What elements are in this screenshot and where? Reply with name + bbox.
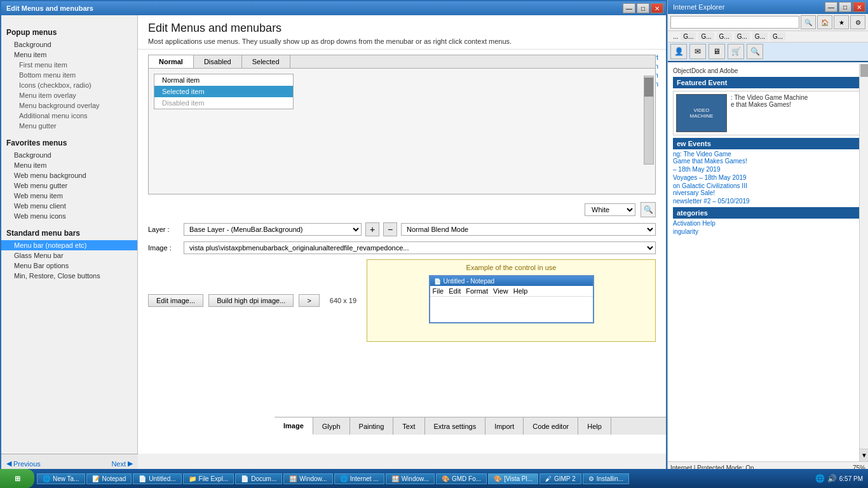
sidebar-item-popup-background[interactable]: Background <box>1 39 137 50</box>
taskbar-item-gimp[interactable]: 🖌GIMP 2 <box>539 473 581 484</box>
layer-select[interactable]: Base Layer - (MenuBar.Background) <box>184 223 362 236</box>
preview-tab-normal[interactable]: Normal <box>149 55 194 68</box>
ie-user-icon-btn[interactable]: 👤 <box>670 44 687 59</box>
sidebar-item-web-menu-item[interactable]: Web menu item <box>1 191 137 201</box>
sidebar-item-web-menu-icons[interactable]: Web menu icons <box>1 211 137 221</box>
sidebar-item-web-menu-bg[interactable]: Web menu background <box>1 170 137 180</box>
next-button[interactable]: Next ▶ <box>111 459 133 468</box>
notepad-menu-help[interactable]: Help <box>513 287 528 295</box>
sidebar-item-menu-gutter[interactable]: Menu gutter <box>1 121 137 131</box>
taskbar-icon-untitled: 📄 <box>139 475 146 482</box>
notepad-menu-view[interactable]: View <box>493 287 508 295</box>
close-button[interactable]: ✕ <box>651 3 663 13</box>
tab-code-editor[interactable]: Code editor <box>524 417 578 435</box>
ie-search2-icon-btn[interactable]: 🔍 <box>747 44 763 59</box>
ie-event-4[interactable]: on Galactic Civilizations IIIniversary S… <box>673 182 863 196</box>
preview-tab-disabled[interactable]: Disabled <box>194 55 242 68</box>
blend-mode-select[interactable]: Normal Blend Mode <box>401 223 656 236</box>
image-select[interactable]: vista plus\vistaxpbmenubarback_originalu… <box>184 241 656 254</box>
restore-button[interactable]: □ <box>637 3 649 13</box>
tab-import[interactable]: Import <box>485 417 524 435</box>
sidebar-item-additional-icons[interactable]: Additional menu icons <box>1 111 137 121</box>
ie-restore-button[interactable]: □ <box>839 2 851 12</box>
ie-event-2[interactable]: – 18th May 2019 <box>673 166 863 173</box>
ie-cat-2[interactable]: ingularity <box>673 228 863 235</box>
ie-google-g6[interactable]: G... <box>770 32 785 41</box>
ie-monitor-icon-btn[interactable]: 🖥 <box>709 44 725 59</box>
taskbar-item-gmd[interactable]: 🎨GMD Fo... <box>436 473 487 484</box>
sidebar-item-menu-bg-overlay[interactable]: Menu background overlay <box>1 100 137 111</box>
ie-google-g4[interactable]: G... <box>735 32 750 41</box>
prev-button[interactable]: ◀ Previous <box>6 459 41 468</box>
ie-home-btn[interactable]: 🏠 <box>817 15 832 29</box>
ie-google-g2[interactable]: G... <box>698 32 714 41</box>
ie-mail-icon-btn[interactable]: ✉ <box>689 44 706 59</box>
layer-remove-button[interactable]: − <box>383 222 397 236</box>
color-picker-select[interactable]: White <box>585 203 635 216</box>
start-button[interactable]: ⊞ <box>0 469 34 488</box>
sidebar-item-bottom-menu-item[interactable]: Bottom menu item <box>1 70 137 80</box>
preview-scrollbar[interactable] <box>644 76 654 165</box>
taskbar-item-notepad[interactable]: 📝Notepad <box>86 473 132 484</box>
tab-help[interactable]: Help <box>578 417 611 435</box>
ie-event-5[interactable]: newsletter #2 – 05/10/2019 <box>673 198 863 205</box>
ie-star-btn[interactable]: ★ <box>834 15 849 29</box>
search-button[interactable]: 🔍 <box>641 202 656 217</box>
preview-item-normal[interactable]: Normal item <box>154 74 293 86</box>
ie-scrollbar[interactable]: ▼ <box>859 64 868 461</box>
taskbar-item-vista-pl[interactable]: 🎨[Vista Pl... <box>488 473 538 484</box>
taskbar-item-installing[interactable]: ⚙Installin... <box>583 473 629 484</box>
notepad-menu-edit[interactable]: Edit <box>449 287 461 295</box>
sidebar-item-min-restore-close[interactable]: Min, Restore, Close buttons <box>1 271 137 281</box>
sidebar-item-web-menu-client[interactable]: Web menu client <box>1 201 137 211</box>
arrow-button[interactable]: > <box>299 294 319 307</box>
sidebar-item-first-menu-item[interactable]: First menu item <box>1 60 137 70</box>
ie-gear-btn[interactable]: ⚙ <box>850 15 865 29</box>
notepad-menu-format[interactable]: Format <box>466 287 488 295</box>
taskbar-item-internet[interactable]: 🌐Internet ... <box>334 473 384 484</box>
notepad-menu-file[interactable]: File <box>433 287 444 295</box>
ie-cart-icon-btn[interactable]: 🛒 <box>728 44 744 59</box>
ie-search-btn[interactable]: 🔍 <box>801 15 816 29</box>
tab-painting[interactable]: Painting <box>350 417 394 435</box>
ie-event-1[interactable]: ng: The Video GameGame that Makes Games! <box>673 151 863 165</box>
preview-tab-selected[interactable]: Selected <box>242 55 290 68</box>
ie-event-3[interactable]: Voyages – 18th May 2019 <box>673 174 863 181</box>
tray-volume-icon[interactable]: 🔊 <box>827 474 837 483</box>
tab-text[interactable]: Text <box>393 417 424 435</box>
preview-item-selected[interactable]: Selected item <box>154 86 293 97</box>
ie-google-g3[interactable]: G... <box>717 32 732 41</box>
taskbar-item-docum[interactable]: 📄Docum... <box>235 473 282 484</box>
sidebar-item-menu-item[interactable]: Menu item <box>1 50 137 60</box>
sidebar-item-menu-bar-options[interactable]: Menu Bar options <box>1 261 137 271</box>
sidebar-item-menu-item-overlay[interactable]: Menu item overlay <box>1 90 137 100</box>
minimize-button[interactable]: ― <box>623 3 635 13</box>
ie-minimize-button[interactable]: ― <box>825 2 837 12</box>
edit-image-button[interactable]: Edit image... <box>148 294 203 307</box>
ie-google-g1[interactable]: G... <box>681 32 696 41</box>
taskbar-item-untitled[interactable]: 📄Untitled... <box>133 473 181 484</box>
taskbar-icon-file-explorer: 📁 <box>189 475 196 482</box>
sidebar-item-fav-background[interactable]: Background <box>1 150 137 160</box>
notepad-preview: 📄 Untitled - Notepad File Edit Format Vi… <box>429 275 594 323</box>
ie-google-g5[interactable]: G... <box>752 32 768 41</box>
taskbar-item-window2[interactable]: 🪟Window... <box>386 473 435 484</box>
layer-add-button[interactable]: + <box>365 222 379 236</box>
sidebar-item-fav-menu-item[interactable]: Menu item <box>1 160 137 170</box>
tab-extra-settings[interactable]: Extra settings <box>425 417 486 435</box>
sidebar-item-icons[interactable]: Icons (checkbox, radio) <box>1 80 137 90</box>
taskbar-icon-gmd: 🎨 <box>442 475 449 482</box>
tray-network-icon[interactable]: 🌐 <box>815 474 825 483</box>
ie-scrollbar-down[interactable]: ▼ <box>860 449 868 461</box>
sidebar-item-menu-bar-notepad[interactable]: Menu bar (notepad etc) <box>1 240 137 250</box>
sidebar-item-web-menu-gutter[interactable]: Web menu gutter <box>1 180 137 191</box>
ie-close-button[interactable]: ✕ <box>853 2 865 12</box>
taskbar-item-window1[interactable]: 🪟Window... <box>283 473 332 484</box>
tab-glyph[interactable]: Glyph <box>313 417 350 435</box>
taskbar-item-file-explorer[interactable]: 📁File Expl... <box>183 473 234 484</box>
taskbar-item-new-tab[interactable]: 🌐New Ta... <box>37 473 85 484</box>
sidebar-item-glass-menu-bar[interactable]: Glass Menu bar <box>1 250 137 261</box>
tab-image[interactable]: Image <box>275 417 313 435</box>
ie-cat-1[interactable]: Activation Help <box>673 220 863 227</box>
build-high-dpi-button[interactable]: Build high dpi image... <box>208 294 294 307</box>
